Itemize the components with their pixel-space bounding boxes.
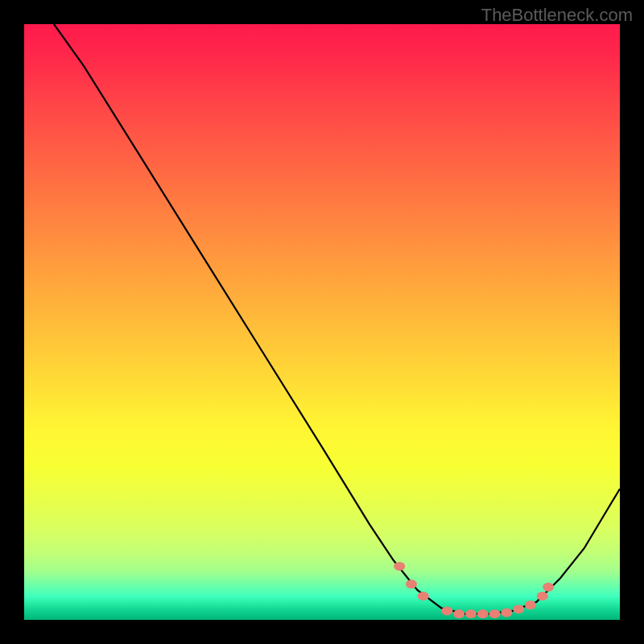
marker-dot [406, 580, 417, 588]
marker-dot [513, 605, 524, 613]
chart-svg [24, 24, 620, 620]
marker-dot [501, 609, 512, 617]
marker-dot [477, 609, 489, 618]
marker-dot [441, 606, 452, 615]
watermark-text: TheBottleneck.com [481, 5, 633, 26]
marker-dot [537, 592, 548, 601]
marker-dot [453, 609, 464, 618]
marker-dot [543, 583, 554, 592]
curve-line [54, 24, 620, 614]
marker-dot [465, 609, 477, 618]
marker-dot [525, 601, 536, 609]
marker-dot [418, 592, 429, 601]
marker-dot [394, 562, 405, 571]
marker-dot [489, 609, 501, 618]
chart-plot-area [24, 24, 620, 620]
